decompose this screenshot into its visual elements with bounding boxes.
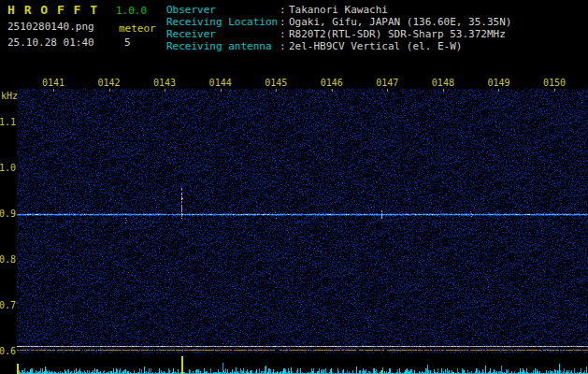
info-label: Receiving antenna: [166, 40, 280, 52]
info-colon: :: [280, 28, 289, 40]
time-tick-label: 0146: [318, 78, 346, 88]
time-tick-label: 0141: [39, 78, 67, 88]
start-datetime: 25.10.28 01:40: [7, 36, 94, 49]
info-row-receiver: Receiver : R820T2(RTL-SDR) SDR-Sharp 53.…: [166, 28, 511, 40]
time-tick-label: 0143: [151, 78, 179, 88]
output-filename: 2510280140.png: [7, 21, 94, 33]
app-version: 1.0.0: [116, 5, 147, 17]
time-tick-label: 0142: [95, 78, 123, 88]
freq-tick-label: 1.0: [0, 163, 15, 174]
info-label: Observer: [166, 4, 280, 16]
time-tick-label: 0147: [373, 78, 401, 88]
freq-tick-label: 0.9: [0, 209, 15, 220]
info-label: Receiving Location: [166, 16, 280, 28]
info-value: 2el-HB9CV Vertical (el. E-W): [289, 40, 462, 52]
time-tick-label: 0149: [484, 78, 512, 88]
info-value: R820T2(RTL-SDR) SDR-Sharp 53.372MHz: [289, 28, 506, 40]
info-colon: :: [280, 40, 289, 52]
time-tick-label: 0144: [207, 78, 235, 88]
info-value: Ogaki, Gifu, JAPAN (136.60E, 35.35N): [289, 16, 511, 28]
freq-tick-label: 0.7: [0, 300, 15, 311]
info-row-location: Receiving Location : Ogaki, Gifu, JAPAN …: [166, 16, 511, 28]
info-row-antenna: Receiving antenna : 2el-HB9CV Vertical (…: [166, 40, 511, 52]
info-colon: :: [280, 4, 289, 16]
station-info: Observer : Takanori Kawachi Receiving Lo…: [166, 4, 511, 52]
time-tick-label: 0145: [262, 78, 290, 88]
info-row-observer: Observer : Takanori Kawachi: [166, 4, 511, 16]
hrofft-output: H R O F F T 1.0.0 2510280140.png meteor …: [0, 0, 588, 374]
echo-count: 5: [124, 36, 131, 49]
freq-tick-label: 1.1: [0, 117, 15, 128]
time-tick-label: 0150: [540, 78, 568, 88]
signal-level-strip-canvas: [17, 355, 588, 374]
freq-unit-label: kHz: [1, 91, 18, 101]
freq-tick-label: 0.8: [0, 254, 15, 266]
mode-label: meteor: [119, 22, 156, 35]
app-title: H R O F F T: [7, 3, 98, 17]
info-label: Receiver: [166, 28, 280, 40]
freq-tick-label: 0.6: [0, 346, 15, 357]
info-value: Takanori Kawachi: [289, 4, 388, 16]
spectrogram-canvas: [17, 89, 588, 353]
info-colon: :: [280, 16, 289, 28]
time-tick-label: 0148: [429, 78, 457, 88]
